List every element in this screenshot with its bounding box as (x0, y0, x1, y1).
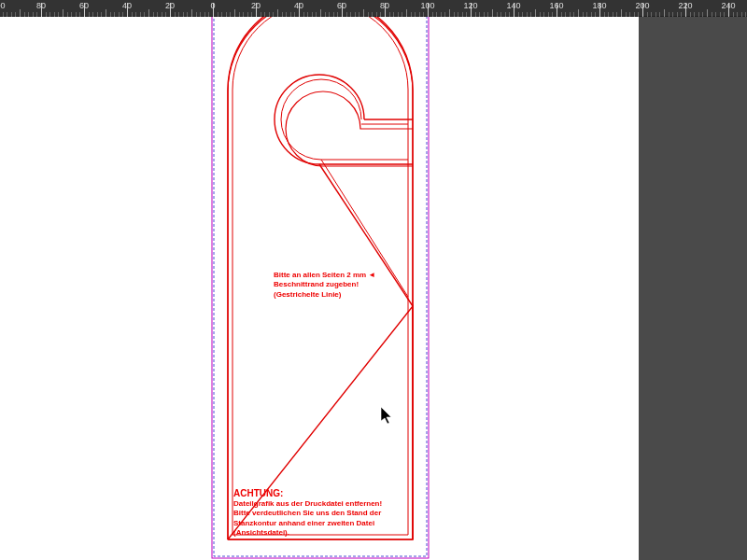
ruler-tick-minor (530, 12, 531, 17)
ruler-tick-minor (573, 12, 574, 17)
ruler-tick-minor (140, 12, 141, 17)
ruler-tick-minor (432, 12, 433, 17)
ruler-tick-minor (527, 12, 528, 17)
ruler-tick-minor (346, 12, 347, 17)
ruler-tick-minor (436, 12, 437, 17)
ruler-label: 40 (122, 1, 132, 10)
ruler-tick-minor (71, 12, 72, 17)
ruler-tick-minor (24, 12, 25, 17)
ruler-tick-minor (132, 12, 133, 17)
ruler-label: 240 (721, 1, 735, 10)
ruler-tick-minor (226, 12, 227, 17)
ruler-label: 60 (337, 1, 346, 10)
ruler-tick-minor (497, 12, 498, 17)
ruler-tick-minor (561, 12, 562, 17)
ruler-tick-minor (286, 12, 287, 17)
ruler-tick-minor (672, 12, 673, 17)
ruler-tick-minor (634, 12, 635, 17)
ruler-tick-minor (522, 12, 523, 17)
ruler-tick-minor (380, 12, 381, 17)
ruler-tick-minor (157, 12, 158, 17)
ruler-tick-minor (466, 12, 467, 17)
ruler-tick-minor (79, 12, 80, 17)
warning-line2: Bitte verdeutlichen Sie uns den Stand de… (233, 509, 382, 518)
ruler-tick-minor (153, 12, 154, 17)
ruler-tick-minor (690, 12, 691, 17)
ruler-tick-minor (243, 12, 244, 17)
ruler-tick-minor (651, 12, 652, 17)
ruler-label: 40 (294, 1, 303, 10)
ruler-tick-minor (337, 12, 338, 17)
ruler-tick-minor (122, 12, 123, 17)
ruler-tick-minor (114, 12, 115, 17)
bleed-note-line2: Beschnittrand zugeben! (274, 280, 375, 289)
ruler-tick-minor (312, 12, 313, 17)
ruler-tick-minor (368, 12, 369, 17)
ruler-tick-minor (591, 12, 592, 17)
ruler-tick-minor (63, 9, 63, 17)
ruler-tick-minor (196, 12, 197, 17)
ruler-label: 80 (36, 1, 46, 10)
ruler-tick-minor (183, 12, 184, 17)
ruler-tick-minor (694, 12, 695, 17)
ruler-tick-minor (325, 12, 326, 17)
ruler-label: 60 (79, 1, 89, 10)
ruler-tick-minor (178, 12, 179, 17)
ruler-tick-minor (92, 12, 93, 17)
ruler-tick-minor (398, 12, 399, 17)
ruler-tick-minor (200, 12, 201, 17)
ruler-label: 180 (592, 1, 606, 10)
ruler-tick-minor (745, 12, 746, 17)
ruler-tick-minor (509, 12, 510, 17)
ruler-tick-minor (681, 12, 682, 17)
warning-line3: Stanzkontur anhand einer zweiten Datei (233, 519, 382, 528)
ruler-tick-minor (350, 12, 351, 17)
ruler-tick-minor (320, 9, 321, 17)
ruler-label: 0 (210, 1, 215, 10)
ruler-tick-minor (187, 12, 188, 17)
ruler-tick-minor (423, 12, 424, 17)
ruler-tick-minor (505, 12, 506, 17)
ruler-tick-minor (475, 12, 476, 17)
ruler-label: 160 (549, 1, 563, 10)
ruler-tick-minor (247, 12, 248, 17)
ruler-label: 120 (463, 1, 477, 10)
workspace[interactable]: Bitte an allen Seiten 2 mm ◄ Beschnittra… (0, 17, 747, 560)
ruler-tick-minor (702, 12, 703, 17)
ruler-tick-minor (333, 12, 334, 17)
ruler-tick-minor (175, 12, 176, 17)
ruler-tick-minor (316, 12, 317, 17)
ruler-tick-minor (67, 12, 68, 17)
ruler-tick-minor (165, 12, 166, 17)
ruler-tick-minor (626, 12, 627, 17)
ruler-tick-minor (604, 12, 605, 17)
ruler-tick-minor (621, 9, 622, 17)
ruler-tick-minor (204, 12, 205, 17)
ruler-label: 220 (678, 1, 692, 10)
ruler-tick-minor (479, 12, 480, 17)
ruler-tick-minor (552, 12, 553, 17)
ruler-tick-minor (586, 12, 587, 17)
ruler-tick-minor (106, 9, 106, 17)
ruler-tick-minor (46, 12, 47, 17)
ruler-tick-minor (363, 9, 364, 17)
ruler-tick-minor (261, 12, 261, 17)
ruler-tick-minor (415, 12, 416, 17)
bleed-note-line1: Bitte an allen Seiten 2 mm ◄ (274, 271, 375, 280)
ruler-tick-minor (15, 12, 16, 17)
ruler-tick-minor (543, 12, 544, 17)
ruler-horizontal[interactable]: 1008060402002040608010012014016018020022… (0, 0, 747, 17)
ruler-tick-minor (251, 12, 252, 17)
ruler-tick-minor (307, 12, 308, 17)
ruler-tick-minor (239, 12, 240, 17)
ruler-tick-minor (162, 12, 162, 17)
ruler-tick-minor (548, 12, 549, 17)
ruler-tick-minor (277, 9, 278, 17)
ruler-tick-minor (144, 12, 145, 17)
warning-line4: (Ansichtsdatei). (233, 528, 382, 538)
ruler-tick-minor (208, 12, 209, 17)
ruler-label: 80 (380, 1, 389, 10)
ruler-tick-minor (406, 9, 407, 17)
ruler-tick-minor (376, 12, 377, 17)
ruler-tick-minor (221, 12, 222, 17)
